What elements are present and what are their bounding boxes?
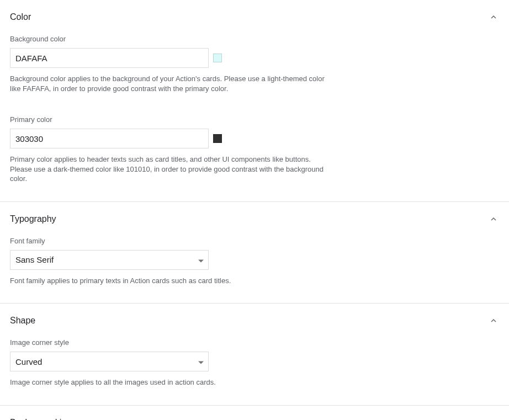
chevron-up-icon	[488, 315, 499, 326]
section-typography: Typography Font family Font family appli…	[0, 202, 509, 304]
background-color-input[interactable]	[10, 48, 209, 68]
label-corner-style: Image corner style	[10, 338, 499, 347]
section-background-image: Background image	[0, 406, 509, 420]
section-title-background-image: Background image	[10, 418, 83, 420]
section-title-typography: Typography	[10, 214, 56, 224]
section-title-shape: Shape	[10, 316, 35, 326]
primary-color-input[interactable]	[10, 129, 209, 148]
field-primary-color: Primary color Primary color applies to h…	[10, 115, 499, 184]
helper-font-family: Font family applies to primary texts in …	[10, 276, 326, 286]
font-family-select[interactable]	[10, 250, 209, 270]
primary-color-swatch[interactable]	[213, 134, 222, 143]
row-primary-color	[10, 129, 499, 148]
chevron-down-icon	[488, 417, 499, 420]
field-corner-style: Image corner style Image corner style ap…	[10, 338, 499, 387]
corner-style-value[interactable]	[10, 352, 209, 371]
section-header-shape[interactable]: Shape	[10, 304, 499, 333]
section-color: Color Background color Background color …	[0, 0, 509, 202]
field-font-family: Font family Font family applies to prima…	[10, 237, 499, 286]
row-background-color	[10, 48, 499, 68]
chevron-up-icon	[488, 12, 499, 23]
background-color-swatch[interactable]	[213, 54, 222, 62]
label-primary-color: Primary color	[10, 115, 499, 124]
label-background-color: Background color	[10, 35, 499, 43]
helper-primary-color: Primary color applies to header texts su…	[10, 155, 326, 184]
corner-style-select[interactable]	[10, 352, 209, 371]
helper-corner-style: Image corner style applies to all the im…	[10, 378, 326, 387]
section-shape: Shape Image corner style Image corner st…	[0, 304, 509, 406]
label-font-family: Font family	[10, 237, 499, 245]
chevron-up-icon	[488, 214, 499, 225]
helper-background-color: Background color applies to the backgrou…	[10, 74, 326, 93]
font-family-value[interactable]	[10, 250, 209, 270]
field-background-color: Background color Background color applie…	[10, 35, 499, 93]
section-header-background-image[interactable]: Background image	[10, 406, 499, 420]
section-header-typography[interactable]: Typography	[10, 202, 499, 231]
section-title-color: Color	[10, 12, 31, 22]
section-header-color[interactable]: Color	[10, 0, 499, 29]
